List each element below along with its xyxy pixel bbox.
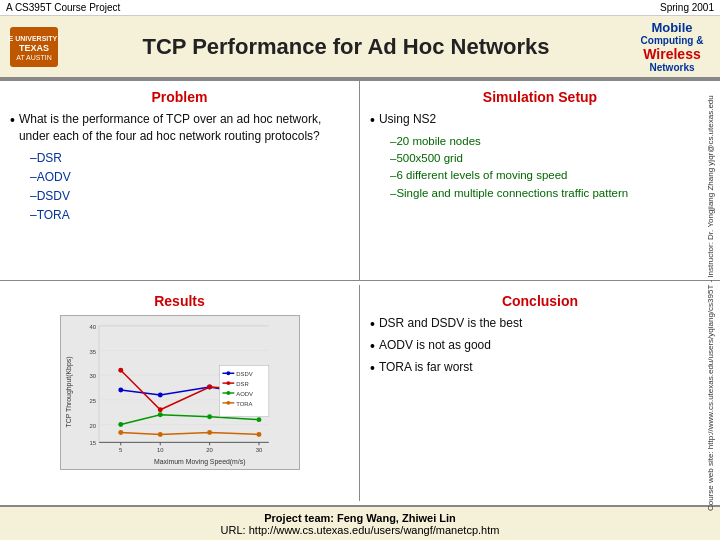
svg-point-45 — [226, 371, 230, 375]
svg-text:15: 15 — [89, 440, 96, 446]
conclusion-text-2: AODV is not as good — [379, 337, 491, 354]
simulation-cell: Simulation Setup • Using NS2 –20 mobile … — [360, 81, 720, 281]
svg-text:AT AUSTIN: AT AUSTIN — [16, 54, 52, 61]
sim-sub-2: –500x500 grid — [390, 150, 710, 167]
footer-line2: URL: http://www.cs.utexas.edu/users/wang… — [0, 524, 720, 536]
logo-networks-text: Networks — [649, 62, 694, 73]
svg-text:25: 25 — [89, 398, 96, 404]
header: THE UNIVERSITY OF TEXAS AT AUSTIN TCP Pe… — [0, 16, 720, 79]
conclusion-bullet-3: • TORA is far worst — [370, 359, 710, 377]
svg-point-36 — [157, 412, 162, 417]
svg-text:TCP Throughput(Kbps): TCP Throughput(Kbps) — [65, 357, 73, 428]
svg-point-39 — [118, 430, 123, 435]
footer: Project team: Feng Wang, Zhiwei Lin URL:… — [0, 505, 720, 540]
svg-text:20: 20 — [89, 423, 96, 429]
svg-point-54 — [226, 401, 230, 405]
results-cell: Results TCP Throughput(Kbps) Maximum Mov… — [0, 285, 360, 501]
problem-title: Problem — [10, 89, 349, 105]
bullet-dot-2: • — [370, 112, 375, 129]
logo-computing-text: Computing & — [641, 35, 704, 46]
svg-text:TEXAS: TEXAS — [19, 43, 49, 53]
sim-sub-1: –20 mobile nodes — [390, 133, 710, 150]
svg-point-37 — [207, 414, 212, 419]
svg-point-38 — [256, 417, 261, 422]
bullet-dot-5: • — [370, 360, 375, 377]
sim-sub-3: –6 different levels of moving speed — [390, 167, 710, 184]
results-title: Results — [10, 293, 349, 309]
svg-point-51 — [226, 391, 230, 395]
conclusion-text-1: DSR and DSDV is the best — [379, 315, 522, 332]
svg-text:AODV: AODV — [236, 391, 253, 397]
svg-point-33 — [207, 385, 212, 390]
protocol-dsdv: –DSDV — [30, 187, 349, 206]
svg-point-42 — [256, 432, 261, 437]
svg-text:DSDV: DSDV — [236, 371, 252, 377]
conclusion-bullet-2: • AODV is not as good — [370, 337, 710, 355]
semester-label: Spring 2001 — [660, 2, 714, 13]
svg-text:10: 10 — [156, 447, 163, 453]
svg-point-48 — [226, 381, 230, 385]
footer-project-label: Project team: Feng Wang, Zhiwei Lin — [264, 512, 456, 524]
svg-text:30: 30 — [89, 373, 96, 379]
svg-point-35 — [118, 422, 123, 427]
conclusion-bullet-1: • DSR and DSDV is the best — [370, 315, 710, 333]
footer-line1: Project team: Feng Wang, Zhiwei Lin — [0, 512, 720, 524]
problem-text: What is the performance of TCP over an a… — [19, 111, 349, 145]
top-bar: A CS395T Course Project Spring 2001 — [0, 0, 720, 16]
conclusion-text-3: TORA is far worst — [379, 359, 473, 376]
svg-text:THE UNIVERSITY OF: THE UNIVERSITY OF — [8, 35, 60, 42]
sidebar-text: Course web site: http://www.cs.utexas.ed… — [706, 131, 720, 511]
svg-point-31 — [118, 368, 123, 373]
svg-point-32 — [157, 407, 162, 412]
svg-text:TORA: TORA — [236, 401, 252, 407]
mobile-logo: Mobile Computing & Wireless Networks — [632, 20, 712, 73]
svg-text:40: 40 — [89, 324, 96, 330]
bullet-dot-1: • — [10, 112, 15, 129]
svg-point-40 — [157, 432, 162, 437]
ut-logo: THE UNIVERSITY OF TEXAS AT AUSTIN — [8, 25, 60, 69]
logo-wireless-text: Wireless — [643, 46, 700, 62]
svg-text:DSR: DSR — [236, 381, 248, 387]
logo-mobile-text: Mobile — [651, 20, 692, 35]
content-grid: Problem • What is the performance of TCP… — [0, 79, 720, 505]
simulation-bullet: • Using NS2 — [370, 111, 710, 129]
chart-line-tora — [120, 432, 258, 434]
protocol-tora: –TORA — [30, 206, 349, 225]
svg-point-27 — [118, 388, 123, 393]
simulation-title: Simulation Setup — [370, 89, 710, 105]
svg-text:5: 5 — [119, 447, 123, 453]
bullet-dot-4: • — [370, 338, 375, 355]
problem-bullet: • What is the performance of TCP over an… — [10, 111, 349, 145]
svg-point-41 — [207, 430, 212, 435]
main-container: A CS395T Course Project Spring 2001 THE … — [0, 0, 720, 540]
svg-text:35: 35 — [89, 349, 96, 355]
problem-cell: Problem • What is the performance of TCP… — [0, 81, 360, 281]
sim-sub-4: –Single and multiple connections traffic… — [390, 185, 710, 202]
chart-area: TCP Throughput(Kbps) Maximum Moving Spee… — [60, 315, 300, 470]
page-title: TCP Performance for Ad Hoc Networks — [60, 34, 632, 60]
conclusion-cell: Conclusion • DSR and DSDV is the best • … — [360, 285, 720, 501]
svg-text:30: 30 — [255, 447, 262, 453]
conclusion-title: Conclusion — [370, 293, 710, 309]
protocol-dsr: –DSR — [30, 149, 349, 168]
svg-text:Maximum Moving Speed(m/s): Maximum Moving Speed(m/s) — [153, 458, 245, 466]
course-label: A CS395T Course Project — [6, 2, 120, 13]
simulation-text: Using NS2 — [379, 111, 436, 128]
svg-text:20: 20 — [206, 447, 213, 453]
bullet-dot-3: • — [370, 316, 375, 333]
svg-point-28 — [157, 393, 162, 398]
chart-svg: TCP Throughput(Kbps) Maximum Moving Spee… — [60, 315, 300, 470]
protocol-aodv: –AODV — [30, 168, 349, 187]
